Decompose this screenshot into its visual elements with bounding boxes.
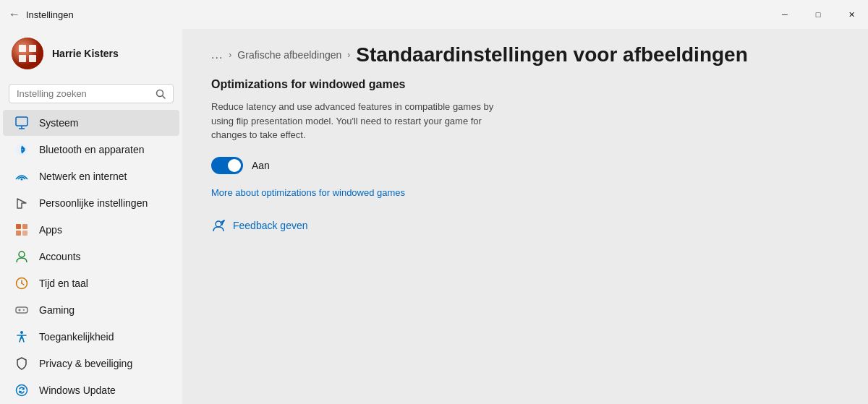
svg-point-25 (23, 309, 24, 310)
search-input[interactable] (17, 88, 151, 99)
search-icon (156, 89, 166, 99)
svg-rect-14 (22, 224, 27, 229)
avatar (12, 38, 43, 69)
sidebar-label-netwerk: Netwerk en internet (39, 171, 127, 182)
svg-point-12 (21, 179, 23, 181)
netwerk-icon (14, 169, 29, 184)
section-title: Optimizations for windowed games (211, 78, 839, 91)
svg-point-28 (17, 385, 27, 396)
svg-rect-2 (19, 45, 26, 52)
sidebar-label-gaming: Gaming (39, 304, 75, 316)
svg-rect-4 (19, 55, 26, 62)
svg-rect-8 (16, 117, 27, 126)
svg-rect-16 (22, 231, 27, 236)
svg-rect-15 (16, 231, 21, 236)
tijd-icon (14, 276, 29, 291)
svg-line-32 (222, 223, 223, 225)
svg-point-17 (19, 252, 25, 257)
svg-line-20 (22, 283, 24, 285)
gaming-icon (14, 303, 29, 317)
sidebar-label-apps: Apps (39, 224, 62, 236)
feedback-icon (211, 218, 226, 233)
sidebar: Harrie Kisters (0, 29, 182, 404)
maximize-button[interactable]: □ (801, 0, 835, 29)
search-box (9, 84, 174, 103)
sidebar-item-systeem[interactable]: Systeem (3, 110, 179, 136)
info-link[interactable]: More about optimizations for windowed ga… (211, 187, 405, 198)
bluetooth-icon (14, 142, 29, 157)
sidebar-item-apps[interactable]: Apps (3, 217, 179, 243)
breadcrumb-sep1: › (229, 50, 231, 60)
breadcrumb-dots[interactable]: ... (211, 48, 223, 61)
toggle-row: Aan (211, 157, 839, 174)
sidebar-item-tijd[interactable]: Tijd en taal (3, 270, 179, 296)
sidebar-label-systeem: Systeem (39, 117, 78, 129)
toegankelijkheid-icon (14, 330, 29, 344)
sidebar-item-toegankelijkheid[interactable]: Toegankelijkheid (3, 324, 179, 350)
svg-rect-3 (29, 45, 36, 52)
svg-rect-21 (16, 307, 27, 313)
toggle-windowed-games[interactable] (211, 157, 243, 174)
section-windowed-games: Optimizations for windowed games Reduce … (211, 78, 839, 233)
update-icon (14, 383, 29, 397)
feedback-link[interactable]: Feedback geven (233, 220, 308, 231)
sidebar-label-update: Windows Update (39, 384, 116, 396)
section-description: Reduce latency and use advanced features… (211, 100, 501, 142)
feedback-row: Feedback geven (211, 218, 839, 233)
sidebar-item-gaming[interactable]: Gaming (3, 297, 179, 323)
user-name: Harrie Kisters (52, 48, 119, 59)
svg-point-0 (12, 38, 43, 69)
breadcrumb: ... › Grafische afbeeldingen › Standaard… (211, 43, 839, 66)
sidebar-label-toegankelijkheid: Toegankelijkheid (39, 331, 114, 343)
sidebar-item-privacy[interactable]: Privacy & beveiliging (3, 351, 179, 377)
sidebar-nav: Systeem Bluetooth en apparaten (0, 109, 182, 404)
sidebar-label-persoonlijk: Persoonlijke instellingen (39, 197, 148, 209)
titlebar: ← Instellingen ─ □ ✕ (0, 0, 868, 29)
close-button[interactable]: ✕ (835, 0, 868, 29)
toggle-label: Aan (252, 160, 270, 171)
svg-line-7 (163, 95, 166, 98)
sidebar-item-bluetooth[interactable]: Bluetooth en apparaten (3, 137, 179, 163)
minimize-button[interactable]: ─ (768, 0, 801, 29)
titlebar-title: Instellingen (26, 9, 74, 20)
persoonlijk-icon (14, 196, 29, 210)
sidebar-label-privacy: Privacy & beveiliging (39, 358, 132, 369)
accounts-icon (14, 249, 29, 264)
systeem-icon (14, 116, 29, 130)
user-profile: Harrie Kisters (0, 29, 182, 78)
sidebar-item-accounts[interactable]: Accounts (3, 244, 179, 270)
sidebar-item-persoonlijk[interactable]: Persoonlijke instellingen (3, 190, 179, 216)
sidebar-item-netwerk[interactable]: Netwerk en internet (3, 163, 179, 189)
content-area: ... › Grafische afbeeldingen › Standaard… (182, 29, 868, 404)
privacy-icon (14, 356, 29, 371)
titlebar-left: ← Instellingen (9, 8, 74, 21)
search-container (0, 78, 182, 109)
titlebar-controls: ─ □ ✕ (768, 0, 868, 29)
sidebar-item-update[interactable]: Windows Update (3, 377, 179, 403)
breadcrumb-link1[interactable]: Grafische afbeeldingen (237, 49, 341, 61)
svg-rect-5 (29, 55, 36, 62)
svg-point-26 (20, 331, 23, 334)
apps-icon (14, 223, 29, 237)
page-title: Standaardinstellingen voor afbeeldingen (356, 43, 747, 66)
sidebar-label-bluetooth: Bluetooth en apparaten (39, 144, 145, 155)
svg-point-29 (216, 221, 221, 227)
sidebar-label-accounts: Accounts (39, 251, 81, 262)
svg-point-1 (12, 38, 43, 69)
back-button[interactable]: ← (9, 8, 20, 21)
sidebar-label-tijd: Tijd en taal (39, 278, 88, 289)
app-container: Harrie Kisters (0, 29, 868, 404)
svg-rect-13 (16, 224, 21, 229)
breadcrumb-sep2: › (347, 50, 350, 60)
